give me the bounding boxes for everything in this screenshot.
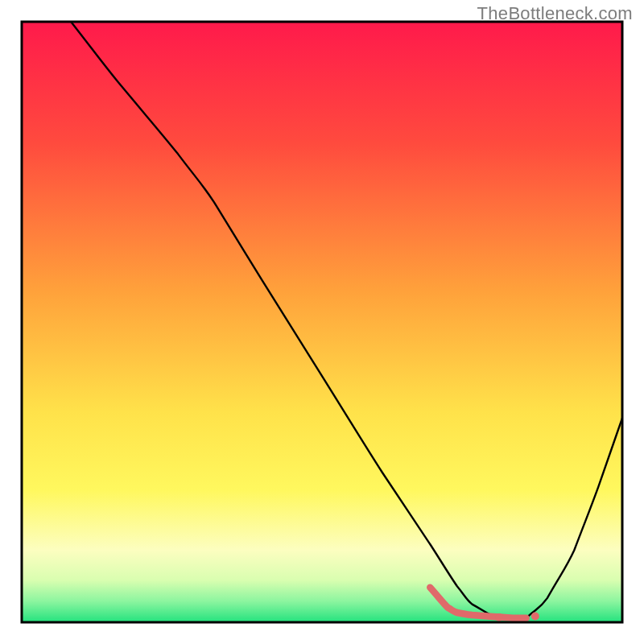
- watermark-text: TheBottleneck.com: [477, 3, 633, 24]
- marker-dot-2: [531, 613, 539, 621]
- gradient-background: [22, 22, 622, 622]
- marker-dot-1: [495, 613, 503, 621]
- chart-container: { "watermark": "TheBottleneck.com", "cha…: [0, 0, 644, 644]
- bottleneck-chart: [0, 0, 644, 644]
